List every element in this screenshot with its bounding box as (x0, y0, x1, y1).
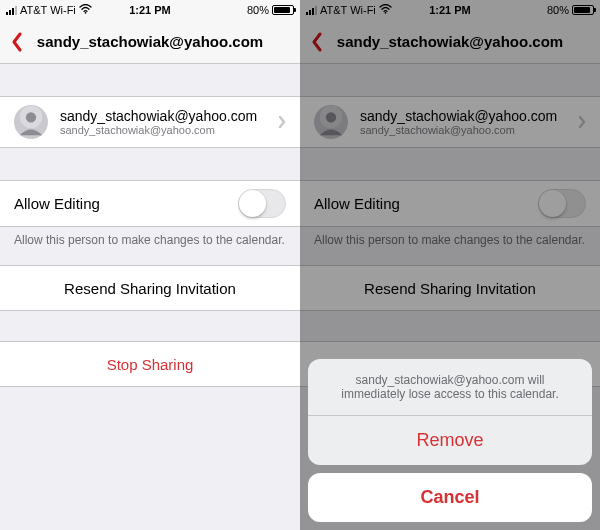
cancel-label: Cancel (420, 487, 479, 507)
resend-invitation-button[interactable]: Resend Sharing Invitation (0, 266, 300, 310)
stop-sharing-label: Stop Sharing (107, 356, 194, 373)
remove-label: Remove (416, 430, 483, 450)
stop-sharing-button[interactable]: Stop Sharing (0, 342, 300, 386)
allow-editing-label: Allow Editing (14, 195, 226, 212)
allow-editing-row: Allow Editing (0, 181, 300, 226)
avatar (14, 105, 48, 139)
action-sheet-message: sandy_stachowiak@yahoo.com will immediat… (308, 359, 592, 415)
allow-editing-footnote: Allow this person to make changes to the… (0, 227, 300, 247)
content-area: sandy_stachowiak@yahoo.com sandy_stachow… (0, 64, 300, 530)
battery-icon (272, 5, 294, 15)
screen-normal: AT&T Wi-Fi 1:21 PM 80% sandy_stachowiak@… (0, 0, 300, 530)
remove-button[interactable]: Remove (308, 416, 592, 465)
signal-icon (6, 6, 17, 15)
nav-bar: sandy_stachowiak@yahoo.com (0, 20, 300, 64)
battery-pct-label: 80% (247, 4, 269, 16)
chevron-left-icon (11, 32, 23, 52)
allow-editing-toggle[interactable] (238, 189, 286, 218)
nav-title: sandy_stachowiak@yahoo.com (0, 33, 300, 50)
resend-invitation-label: Resend Sharing Invitation (64, 280, 236, 297)
svg-point-0 (84, 12, 86, 14)
status-bar: AT&T Wi-Fi 1:21 PM 80% (0, 0, 300, 20)
cancel-button[interactable]: Cancel (308, 473, 592, 522)
chevron-right-icon (278, 115, 286, 129)
svg-point-1 (26, 112, 36, 122)
carrier-label: AT&T Wi-Fi (20, 4, 76, 16)
action-sheet: sandy_stachowiak@yahoo.com will immediat… (308, 359, 592, 522)
user-email: sandy_stachowiak@yahoo.com (60, 108, 266, 124)
user-subtitle: sandy_stachowiak@yahoo.com (60, 124, 266, 136)
wifi-icon (79, 4, 92, 16)
user-row[interactable]: sandy_stachowiak@yahoo.com sandy_stachow… (0, 96, 300, 148)
back-button[interactable] (0, 20, 34, 64)
screen-action-sheet: AT&T Wi-Fi 1:21 PM 80% sandy_stachowiak@… (300, 0, 600, 530)
